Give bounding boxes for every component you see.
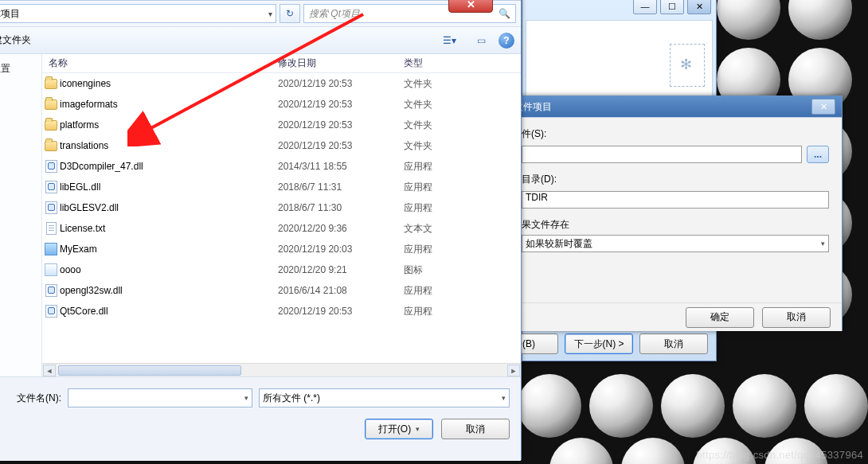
filename-history-icon[interactable]: ▾	[244, 394, 248, 402]
scroll-thumb[interactable]	[58, 365, 241, 376]
exe-icon	[45, 243, 57, 255]
file-type: 文件夹	[404, 98, 521, 111]
open-split-icon[interactable]: ▾	[416, 425, 420, 433]
horizontal-scrollbar[interactable]: ◄ ►	[42, 363, 521, 376]
open-button-label: 打开(O)	[378, 423, 411, 436]
if-exists-value: 如果较新时覆盖	[526, 237, 592, 251]
file-type: 应用程	[404, 243, 521, 256]
target-dir-input[interactable]: TDIR	[522, 191, 829, 209]
ico-icon	[45, 263, 57, 276]
column-name[interactable]: 名称	[42, 57, 278, 70]
file-row[interactable]: opengl32sw.dll2016/6/14 21:08应用程	[42, 280, 521, 301]
file-name: platforms	[60, 119, 278, 131]
dll-icon	[45, 284, 57, 297]
file-row[interactable]: translations2020/12/19 20:53文件夹	[42, 135, 521, 156]
file-type: 文件夹	[404, 139, 521, 153]
parent-window-buttons: ✕	[448, 0, 520, 18]
help-button[interactable]: ?	[499, 33, 514, 49]
nav-pane[interactable]: 的位置	[0, 54, 42, 376]
view-mode-button[interactable]: ☰▾	[435, 32, 463, 49]
column-type[interactable]: 类型	[404, 57, 521, 70]
file-row[interactable]: oooo2020/12/20 9:21图标	[42, 259, 521, 280]
file-item-cancel-button[interactable]: 取消	[762, 307, 831, 328]
wizard-next-button[interactable]: 下一步(N) >	[565, 333, 633, 354]
scroll-right-button[interactable]: ►	[507, 365, 520, 376]
filename-label: 文件名(N):	[0, 392, 61, 405]
file-date: 2020/12/19 20:53	[278, 119, 404, 131]
file-row[interactable]: Qt5Core.dll2020/12/19 20:53应用程	[42, 301, 521, 322]
folder-icon	[45, 79, 57, 89]
file-date: 2014/3/11 18:55	[278, 161, 404, 172]
scroll-left-button[interactable]: ◄	[43, 365, 56, 376]
dialog-bottom: 文件名(N): ▾ 所有文件 (*.*) ▾ 打开(O) ▾ 取消	[0, 376, 521, 461]
file-open-dialog: ▸ Qt项目 ▾ ↻ 搜索 Qt项目 🔍 新建文件夹 ☰▾ ▭ ? 的位置 名称…	[0, 0, 522, 460]
address-bar: ▸ Qt项目 ▾ ↻ 搜索 Qt项目 🔍	[0, 1, 521, 27]
file-type: 文件夹	[404, 119, 521, 132]
file-date: 2020/12/19 20:03	[278, 244, 404, 255]
file-name: oooo	[60, 264, 278, 275]
file-row[interactable]: libGLESV2.dll2018/6/7 11:30应用程	[42, 197, 521, 218]
file-filter-select[interactable]: 所有文件 (*.*) ▾	[259, 388, 510, 407]
if-exists-select[interactable]: 如果较新时覆盖 ▾	[522, 235, 829, 252]
file-date: 2018/6/7 11:30	[278, 202, 404, 213]
folder-icon	[45, 99, 57, 110]
file-date: 2020/12/19 20:53	[278, 140, 404, 151]
file-date: 2020/12/20 9:21	[278, 264, 404, 275]
refresh-button[interactable]: ↻	[280, 4, 300, 23]
cancel-button[interactable]: 取消	[441, 419, 510, 439]
browse-source-button[interactable]: ...	[807, 146, 829, 163]
file-row[interactable]: MyExam2020/12/19 20:03应用程	[42, 239, 521, 259]
wizard-maximize-button[interactable]: ☐	[660, 0, 684, 14]
new-folder-button[interactable]: 新建文件夹	[0, 33, 31, 47]
search-placeholder: 搜索 Qt项目	[309, 7, 360, 21]
wizard-close-button[interactable]: ✕	[687, 0, 711, 14]
filename-input[interactable]: ▾	[68, 388, 252, 407]
file-date: 2020/12/19 20:53	[278, 306, 404, 317]
file-type: 应用程	[404, 284, 521, 298]
file-type: 文本文	[404, 222, 521, 236]
dll-icon	[45, 181, 57, 193]
file-date: 2020/12/20 9:36	[278, 223, 404, 234]
file-type: 图标	[404, 263, 521, 277]
dll-icon	[45, 160, 57, 173]
wizard-minimize-button[interactable]: —	[633, 0, 657, 14]
folder-icon	[45, 141, 57, 151]
file-date: 2020/12/19 20:53	[278, 78, 404, 89]
file-filter-value: 所有文件 (*.*)	[263, 392, 320, 405]
folder-icon	[45, 120, 57, 131]
file-row[interactable]: D3Dcompiler_47.dll2014/3/11 18:55应用程	[42, 156, 521, 177]
target-dir-label: 目录(D):	[522, 173, 829, 186]
file-row[interactable]: libEGL.dll2018/6/7 11:31应用程	[42, 177, 521, 197]
if-exists-label: 果文件存在	[522, 218, 829, 232]
preview-pane-button[interactable]: ▭	[470, 32, 492, 49]
toolbar: 新建文件夹 ☰▾ ▭ ?	[0, 27, 521, 54]
column-headers[interactable]: 名称 修改日期 类型	[42, 54, 521, 73]
file-name: imageformats	[60, 99, 278, 110]
file-row[interactable]: License.txt2020/12/20 9:36文本文	[42, 218, 521, 239]
file-name: libGLESV2.dll	[60, 202, 278, 213]
source-file-input[interactable]	[522, 146, 802, 163]
file-date: 2020/12/19 20:53	[278, 99, 404, 110]
dll-icon	[45, 305, 57, 318]
file-type: 文件夹	[404, 77, 521, 91]
wizard-cancel-button[interactable]: 取消	[639, 333, 708, 354]
file-item-close-button[interactable]: ✕	[811, 99, 835, 115]
txt-icon	[46, 222, 57, 235]
breadcrumb-current: Qt项目	[0, 7, 20, 21]
open-button[interactable]: 打开(O) ▾	[365, 419, 433, 439]
breadcrumb[interactable]: ▸ Qt项目 ▾	[0, 4, 276, 23]
parent-close-button[interactable]: ✕	[448, 0, 493, 13]
breadcrumb-dropdown-icon[interactable]: ▾	[268, 10, 272, 18]
nav-recent[interactable]: 的位置	[0, 59, 38, 79]
file-name: Qt5Core.dll	[60, 306, 278, 317]
file-row[interactable]: platforms2020/12/19 20:53文件夹	[42, 115, 521, 135]
file-name: libEGL.dll	[60, 181, 278, 193]
file-row[interactable]: imageformats2020/12/19 20:53文件夹	[42, 94, 521, 115]
file-date: 2016/6/14 21:08	[278, 285, 404, 296]
file-item-dialog: 文件项目 ✕ 件(S): ... 目录(D): TDIR 果文件存在 如果较新时…	[508, 96, 843, 331]
file-name: MyExam	[60, 244, 278, 255]
file-type: 应用程	[404, 201, 521, 215]
file-item-ok-button[interactable]: 确定	[686, 307, 754, 328]
file-row[interactable]: iconengines2020/12/19 20:53文件夹	[42, 73, 521, 94]
column-date[interactable]: 修改日期	[278, 57, 404, 70]
